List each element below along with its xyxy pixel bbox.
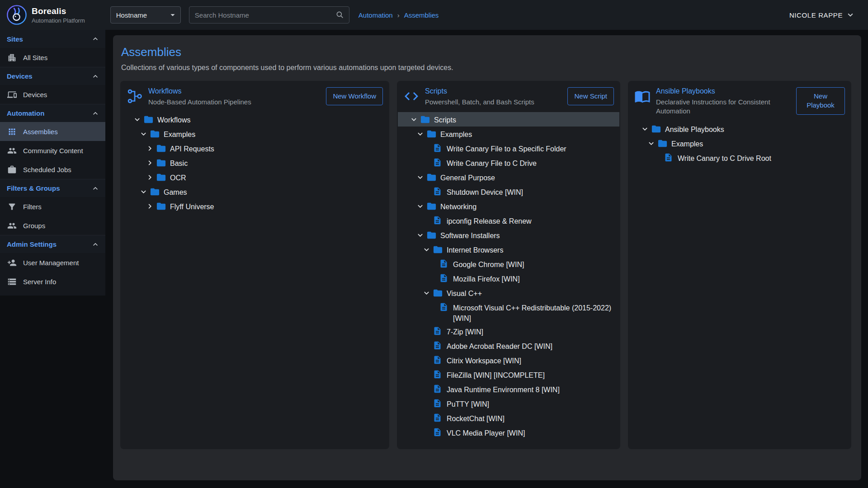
sidebar-item-community-content[interactable]: Community Content: [0, 141, 105, 160]
sidebar-item-groups[interactable]: Groups: [0, 216, 105, 235]
tree-folder-row[interactable]: Examples: [629, 136, 850, 150]
tree-folder-row[interactable]: Ansible Playbooks: [629, 122, 850, 136]
tree-folder-row[interactable]: Visual C++: [398, 286, 619, 300]
sidebar-item-user-management[interactable]: User Management: [0, 253, 105, 272]
tree-folder-row[interactable]: Examples: [121, 127, 388, 141]
tree-file-row[interactable]: Java Runtime Environment 8 [WIN]: [398, 382, 619, 396]
chevron-down-icon[interactable]: [414, 228, 426, 240]
tree-item-label: Write Canary File to a Specific Folder: [447, 141, 570, 154]
folder-icon: [657, 136, 671, 149]
file-icon: [433, 368, 447, 379]
sidebar-item-all-sites[interactable]: All Sites: [0, 48, 105, 67]
sidebar-section-header-devices[interactable]: Devices: [0, 67, 105, 85]
tree-folder-row[interactable]: Examples: [398, 127, 619, 141]
tree-folder-row[interactable]: API Requests: [121, 141, 388, 155]
chevron-down-icon[interactable]: [639, 122, 651, 134]
tree-folder-row[interactable]: General Purpose: [398, 170, 619, 184]
tree-file-row[interactable]: Write Canary File to a Specific Folder: [398, 141, 619, 155]
sidebar-item-assemblies[interactable]: Assemblies: [0, 122, 105, 141]
hostname-search-input[interactable]: [195, 11, 335, 19]
sidebar-item-label: Server Info: [23, 278, 56, 286]
tree-folder-row[interactable]: Flyff Universe: [121, 199, 388, 213]
tree-file-row[interactable]: VLC Media Player [WIN]: [398, 425, 619, 440]
tree-file-row[interactable]: Write Canary to C Drive Root: [629, 150, 850, 165]
tree-folder-row[interactable]: OCR: [121, 170, 388, 184]
main-area: Assemblies Collections of various types …: [105, 30, 868, 488]
chevron-down-icon[interactable]: [420, 243, 433, 254]
tree-file-row[interactable]: Adobe Acrobat Reader DC [WIN]: [398, 338, 619, 353]
devices-icon: [7, 90, 17, 99]
file-icon: [433, 426, 447, 437]
tree-file-row[interactable]: RocketChat [WIN]: [398, 411, 619, 425]
tree-folder-row[interactable]: Games: [121, 184, 388, 199]
tree-folder-row[interactable]: Basic: [121, 155, 388, 170]
tree-file-row[interactable]: FileZilla [WIN] [INCOMPLETE]: [398, 367, 619, 382]
tree-file-row[interactable]: Write Canary File to C Drive: [398, 155, 619, 170]
ansible-playbooks-card: Ansible Playbooks Declarative Instructio…: [628, 81, 851, 449]
chevron-down-icon[interactable]: [414, 199, 426, 211]
tree-file-row[interactable]: 7-Zip [WIN]: [398, 324, 619, 338]
chevron-down-icon[interactable]: [408, 113, 420, 124]
app-logo[interactable]: [6, 5, 27, 25]
code-icon: [403, 87, 420, 104]
folder-icon: [150, 127, 164, 139]
tree-item-label: Write Canary to C Drive Root: [678, 151, 775, 164]
chevron-right-icon[interactable]: [144, 156, 156, 168]
chevron-down-icon[interactable]: [137, 185, 150, 197]
sidebar-section-header-automation[interactable]: Automation: [0, 104, 105, 122]
hostname-select[interactable]: Hostname: [110, 6, 181, 23]
tree-item-label: Examples: [671, 136, 707, 149]
chevron-down-icon[interactable]: [645, 136, 657, 148]
sidebar-item-scheduled-jobs[interactable]: Scheduled Jobs: [0, 160, 105, 179]
people-icon: [7, 146, 17, 155]
sidebar-nav: SitesAll SitesDevicesDevicesAutomationAs…: [0, 30, 105, 296]
tree-folder-row[interactable]: Scripts: [398, 112, 619, 127]
new-workflow-button[interactable]: New Workflow: [326, 87, 383, 105]
chevron-spacer: [420, 214, 433, 216]
chevron-up-icon: [91, 72, 100, 81]
chevron-down-icon[interactable]: [420, 286, 433, 298]
chevron-down-icon[interactable]: [137, 127, 150, 139]
file-icon: [433, 397, 447, 408]
chevron-right-icon[interactable]: [144, 199, 156, 211]
tree-file-row[interactable]: Microsoft Visual C++ Redistributable (20…: [398, 300, 619, 324]
tree-file-row[interactable]: Mozilla Firefox [WIN]: [398, 271, 619, 286]
sidebar-item-devices[interactable]: Devices: [0, 85, 105, 104]
funnel-icon: [7, 202, 17, 211]
tree-file-row[interactable]: ipconfig Release & Renew: [398, 213, 619, 228]
new-playbook-button[interactable]: New Playbook: [796, 87, 845, 115]
sidebar-item-server-info[interactable]: Server Info: [0, 272, 105, 291]
breadcrumb-link-automation[interactable]: Automation: [359, 11, 393, 19]
tree-item-label: ipconfig Release & Renew: [447, 214, 535, 226]
chevron-spacer: [420, 382, 433, 385]
chevron-down-icon[interactable]: [131, 113, 143, 124]
new-script-button[interactable]: New Script: [567, 87, 614, 105]
sidebar-section-admin-settings: Admin SettingsUser ManagementServer Info: [0, 235, 105, 291]
tree-file-row[interactable]: Shutdown Device [WIN]: [398, 184, 619, 199]
sidebar-item-filters[interactable]: Filters: [0, 197, 105, 216]
tree-file-row[interactable]: PuTTY [WIN]: [398, 396, 619, 411]
scripts-tree: ScriptsExamplesWrite Canary File to a Sp…: [398, 112, 619, 440]
sidebar-item-label: Groups: [23, 222, 45, 230]
folder-icon: [651, 122, 665, 134]
sidebar-section-header-filters-groups[interactable]: Filters & Groups: [0, 179, 105, 197]
tree-file-row[interactable]: Citrix Workspace [WIN]: [398, 353, 619, 367]
tree-file-row[interactable]: Google Chrome [WIN]: [398, 257, 619, 271]
sidebar-section-header-sites[interactable]: Sites: [0, 30, 105, 48]
breadcrumb-link-assemblies[interactable]: Assemblies: [404, 11, 439, 19]
user-menu[interactable]: NICOLE RAPPE: [789, 10, 855, 20]
tree-folder-row[interactable]: Software Installers: [398, 228, 619, 242]
sidebar-section-header-admin-settings[interactable]: Admin Settings: [0, 235, 105, 253]
brand-subtitle: Automation Platform: [32, 17, 85, 24]
sidebar-item-label: User Management: [23, 259, 79, 267]
chevron-down-icon[interactable]: [414, 170, 426, 182]
chevron-down-icon: [845, 10, 855, 20]
chevron-down-icon[interactable]: [414, 127, 426, 139]
tree-folder-row[interactable]: Networking: [398, 199, 619, 213]
tree-folder-row[interactable]: Internet Browsers: [398, 242, 619, 257]
tree-folder-row[interactable]: Workflows: [121, 112, 388, 127]
tree-item-label: PuTTY [WIN]: [447, 397, 493, 409]
search-icon[interactable]: [335, 10, 344, 19]
chevron-right-icon[interactable]: [144, 141, 156, 153]
chevron-right-icon[interactable]: [144, 170, 156, 182]
